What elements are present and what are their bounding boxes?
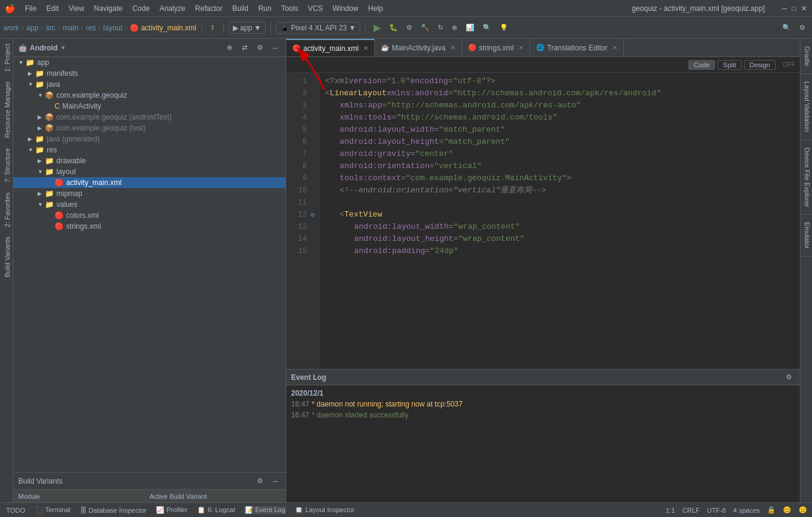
tree-item-mainactivity[interactable]: ▶ C MainActivity (13, 101, 286, 112)
device-dropdown[interactable]: 📱 Pixel 4 XL API 23 ▼ (276, 22, 360, 34)
menu-code[interactable]: Code (127, 3, 155, 14)
tab-close-main-activity[interactable]: ✕ (451, 44, 455, 51)
menu-analyze[interactable]: Analyze (155, 3, 190, 14)
toolbar-btn-6[interactable]: 🔍 (480, 22, 494, 33)
tree-item-pkg1[interactable]: ▼ 📦 com.example.geoquiz (13, 90, 286, 101)
sidebar-settings-btn[interactable]: ⚙ (254, 42, 266, 53)
menu-window[interactable]: Window (327, 3, 363, 14)
favorites-tab[interactable]: 2: Favorites (0, 188, 13, 232)
logcat-btn[interactable]: 📋 6: Logcat (196, 506, 236, 514)
tree-item-res[interactable]: ▼ 📁 res (13, 144, 286, 155)
breadcrumb-work[interactable]: work (4, 24, 19, 32)
debug-btn[interactable]: 🐛 (386, 22, 401, 33)
tree-item-mipmap[interactable]: ▶ 📁 mipmap (13, 188, 286, 199)
menu-build[interactable]: Build (227, 3, 253, 14)
split-view-btn[interactable]: Split (717, 60, 741, 70)
tree-item-activity-main[interactable]: ▶ 🔴 activity_main.xml (13, 177, 286, 188)
tree-label-layout: layout (56, 167, 76, 176)
minimize-btn[interactable]: ─ (782, 4, 787, 13)
menu-view[interactable]: View (64, 3, 89, 14)
tab-activity-main[interactable]: 🔴 activity_main.xml ✕ (286, 39, 375, 57)
build-variants-vtab[interactable]: Build Variants (0, 232, 13, 282)
tree-item-layout[interactable]: ▼ 📁 layout (13, 166, 286, 177)
event-log-content: 2020/12/1 16:47 * daemon not running; st… (286, 385, 800, 502)
tree-item-strings[interactable]: ▶ 🔴 strings.xml (13, 221, 286, 232)
toolbar-btn-4[interactable]: ⊕ (449, 22, 460, 33)
run-btn[interactable]: ▶ (371, 21, 384, 35)
tree-item-app[interactable]: ▼ 📁 app (13, 57, 286, 68)
event-log-icon: 📝 (245, 506, 253, 513)
tree-item-manifests[interactable]: ▶ 📁 manifests (13, 68, 286, 79)
design-view-btn[interactable]: Design (744, 60, 776, 70)
todo-btn[interactable]: TODO (5, 507, 27, 514)
layout-inspector-btn[interactable]: 🔲 Layout Inspector (294, 506, 355, 514)
tree-item-pkg-test[interactable]: ▶ 📦 com.example.geoquiz (test) (13, 123, 286, 133)
code-view-btn[interactable]: Code (688, 60, 715, 70)
tree-item-colors[interactable]: ▶ 🔴 colors.xml (13, 210, 286, 221)
code-line-8: android:orientation="vertical" (325, 160, 795, 172)
tab-close-translations[interactable]: ✕ (612, 44, 617, 51)
menu-run[interactable]: Run (253, 3, 277, 14)
code-line-10: <!--android:orientation="vertical"垂直布局--… (325, 184, 795, 197)
event-log-settings-btn[interactable]: ⚙ (783, 372, 795, 382)
profiler-btn[interactable]: 📈 Profiler (155, 506, 189, 514)
project-tab[interactable]: 1: Project (0, 39, 13, 76)
code-content[interactable]: <?xml version="1.0" encoding="utf-8"?> <… (320, 73, 800, 369)
layout-validation-tab[interactable]: Layout Validation (800, 74, 812, 140)
search-everywhere-btn[interactable]: 🔍 (779, 22, 794, 33)
bv-close-btn[interactable]: ─ (270, 476, 281, 486)
breadcrumb-app[interactable]: app (26, 24, 38, 32)
resource-manager-tab[interactable]: Resource Manager (0, 76, 13, 143)
close-btn[interactable]: ✕ (801, 4, 807, 13)
tree-item-java-gen[interactable]: ▶ 📁 java (generated) (13, 133, 286, 144)
tree-item-java[interactable]: ▼ 📁 java (13, 79, 286, 90)
add-file-btn[interactable]: ⊕ (224, 42, 235, 53)
tree-label-strings: strings.xml (66, 222, 101, 231)
breadcrumb-layout[interactable]: layout (103, 24, 122, 32)
breadcrumb-file[interactable]: 🔴 activity_main.xml (130, 24, 196, 32)
breadcrumb-src[interactable]: src (45, 24, 55, 32)
toolbar-btn-3[interactable]: ↻ (435, 22, 446, 33)
tree-item-values[interactable]: ▼ 📁 values (13, 199, 286, 210)
menu-edit[interactable]: Edit (41, 3, 64, 14)
toolbar-btn-5[interactable]: 📊 (463, 22, 477, 33)
line-numbers: 1 2 3 4 5 6 7 8 9 10 11 12 13 14 (286, 73, 310, 369)
settings-btn[interactable]: ⚙ (796, 22, 808, 33)
toolbar-btn-7[interactable]: 💡 (497, 22, 511, 33)
menu-vcs[interactable]: VCS (303, 3, 328, 14)
gradle-panel-tab[interactable]: Gradle (800, 39, 812, 74)
tree-item-pkg-android-test[interactable]: ▶ 📦 com.example.geoquiz (androidTest) (13, 112, 286, 123)
emulator-tab[interactable]: Emulator (800, 215, 812, 257)
git-btn[interactable]: ⬆ (207, 22, 218, 33)
sync-btn[interactable]: ⇄ (239, 42, 250, 53)
toolbar-btn-1[interactable]: ⚙ (403, 22, 415, 33)
menu-help[interactable]: Help (363, 3, 388, 14)
code-editor[interactable]: 1 2 3 4 5 6 7 8 9 10 11 12 13 14 (286, 73, 800, 369)
app-config-dropdown[interactable]: ▶ app ▼ (229, 22, 266, 34)
breadcrumb-main[interactable]: main (62, 24, 78, 32)
menu-navigate[interactable]: Navigate (89, 3, 127, 14)
tree-item-drawable[interactable]: ▶ 📁 drawable (13, 155, 286, 166)
bv-settings-btn[interactable]: ⚙ (254, 476, 266, 486)
tab-close-activity-main[interactable]: ✕ (363, 45, 368, 52)
sidebar-close-btn[interactable]: ─ (270, 42, 281, 53)
tab-strings[interactable]: 🔴 strings.xml ✕ (462, 39, 530, 57)
maximize-btn[interactable]: □ (792, 4, 796, 13)
menu-tools[interactable]: Tools (277, 3, 303, 14)
event-log-btn[interactable]: 📝 Event Log (244, 506, 287, 514)
menu-file[interactable]: File (20, 3, 41, 14)
toolbar-btn-2[interactable]: 🔨 (418, 22, 432, 33)
tab-label-main-activity: MainActivity.java (392, 44, 445, 52)
tab-main-activity[interactable]: ☕ MainActivity.java ✕ (375, 39, 461, 57)
emoji-happy: 😊 (783, 506, 791, 514)
structure-tab[interactable]: 7: Structure (0, 143, 13, 188)
tab-close-strings[interactable]: ✕ (518, 44, 523, 51)
terminal-btn[interactable]: ⬛ Terminal (34, 506, 72, 514)
menu-refactor[interactable]: Refactor (190, 3, 227, 14)
device-file-explorer-tab[interactable]: Device File Explorer (800, 140, 812, 215)
breadcrumb-res[interactable]: res (86, 24, 96, 32)
log-time-1: 16:47 (291, 400, 309, 408)
tab-translations[interactable]: 🌐 Translations Editor ✕ (530, 39, 624, 57)
gutter: ⊙ (310, 73, 320, 369)
db-inspector-btn[interactable]: 🗄 Database Inspector (79, 507, 147, 514)
